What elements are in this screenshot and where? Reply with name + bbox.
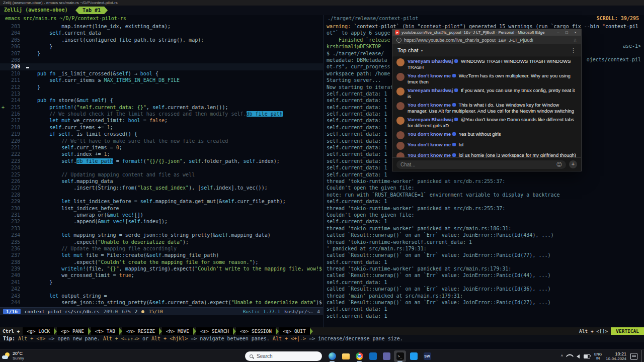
code-line[interactable]: 228: [0, 192, 323, 198]
line-number: 210: [0, 70, 20, 77]
url-text[interactable]: https://www.youtube.com/live_chat?is_pop…: [404, 38, 571, 43]
avatar[interactable]: [396, 58, 405, 66]
weather-widget[interactable]: 20°C Sunny: [2, 351, 24, 360]
taskbar-app-chrome[interactable]: [353, 350, 365, 362]
taskbar-app-teams[interactable]: [380, 350, 392, 362]
keybind-pane: <p> PANE: [57, 327, 88, 335]
code-line[interactable]: 234 let mapping_string = serde_json::to_…: [0, 232, 323, 238]
taskbar-search[interactable]: Search: [245, 351, 322, 361]
code-line[interactable]: 244 serde_json::to_string_pretty(&self.c…: [0, 299, 323, 306]
code-line[interactable]: 221 self.curr_items = 0;: [0, 144, 323, 151]
avatar[interactable]: [396, 87, 405, 96]
edge-popup-window[interactable]: youtube.com/live_chat?is_popout=1&v=J-LT…: [392, 29, 582, 171]
show-desktop-button[interactable]: [641, 350, 643, 362]
tab-1[interactable]: Tab #1: [75, 7, 108, 14]
avatar[interactable]: [396, 131, 405, 139]
chat-author[interactable]: You don't know me: [408, 142, 451, 147]
minimize-icon[interactable]: –: [555, 30, 561, 35]
avatar[interactable]: [396, 142, 405, 150]
chat-input-placeholder: Chat...: [400, 160, 415, 169]
code-line[interactable]: 203 map.insert(line_idx, existing_data);: [0, 23, 323, 30]
code-line[interactable]: 227 .insert(String::from("last_used_inde…: [0, 185, 323, 191]
code-line[interactable]: 231 .unwrap_or(&mut vec![]): [0, 212, 323, 218]
code-line[interactable]: 205 .insert(configured_file_path.to_stri…: [0, 37, 323, 43]
language-indicator[interactable]: ENG IN: [594, 352, 602, 360]
code-line[interactable]: 216 // We should check if the limit has …: [0, 111, 323, 117]
taskbar-app-sw[interactable]: SW: [421, 350, 433, 362]
code-line[interactable]: 243 let output_string =: [0, 293, 323, 299]
code-line[interactable]: 242: [0, 286, 323, 292]
edge-window-title: youtube.com/live_chat?is_popout=1&v=J-LT…: [401, 30, 553, 35]
code-line[interactable]: 240 we_crossed_limit = true;: [0, 272, 323, 279]
favorite-star-icon[interactable]: ☆: [573, 38, 577, 43]
wifi-icon[interactable]: [566, 352, 574, 360]
code-line[interactable]: 208: [0, 57, 323, 63]
chat-author[interactable]: Varenyam Bhardwaj: [408, 117, 453, 122]
code-line[interactable]: 237 let mut file = File::create(&self.ma…: [0, 252, 323, 258]
avatar[interactable]: [396, 117, 405, 125]
code-line[interactable]: 219 if self._is_limit_crossed() {: [0, 131, 323, 137]
code-line[interactable]: 207 }: [0, 50, 323, 57]
chat-author[interactable]: You don't know me: [408, 73, 451, 78]
code-line[interactable]: 239 writeln!(file, "{}", mapping_string)…: [0, 265, 323, 272]
code-line[interactable]: 214 pub fn store(&mut self) {: [0, 97, 323, 104]
notification-center-icon[interactable]: [630, 353, 637, 360]
code-line[interactable]: 232 .append(&mut vec![self.index]);: [0, 218, 323, 225]
code-line[interactable]: 213: [0, 90, 323, 97]
taskbar-app-edge[interactable]: [326, 350, 338, 362]
window-titlebar[interactable]: Zellij (awesome-oboe) - emacs src/main.r…: [0, 0, 644, 6]
avatar[interactable]: [396, 102, 405, 110]
editor-pane[interactable]: emacs src/main.rs ~/D/P/context-pilot-rs…: [0, 15, 323, 328]
code-line[interactable]: 235 .expect("Unable to deserialize data"…: [0, 239, 323, 245]
edge-urlbar[interactable]: i https://www.youtube.com/live_chat?is_p…: [392, 36, 581, 45]
taskbar-app-term[interactable]: >_: [394, 350, 406, 362]
code-line[interactable]: 230 list_indices_before: [0, 205, 323, 212]
code-line[interactable]: 223 self.db_file_path = format!("{}/{}.j…: [0, 158, 323, 164]
code-line[interactable]: 218 self.curr_items += 1;: [0, 124, 323, 131]
volume-icon[interactable]: [577, 354, 580, 358]
chat-input[interactable]: Chat... ☺: [396, 160, 566, 169]
avatar[interactable]: [396, 73, 405, 81]
battery-icon[interactable]: [584, 354, 590, 358]
chat-author[interactable]: You don't know me: [408, 102, 451, 108]
chevron-down-icon[interactable]: ▾: [421, 48, 423, 53]
code-line[interactable]: 241 }: [0, 279, 323, 286]
code-line[interactable]: 224: [0, 164, 323, 171]
chat-author[interactable]: Varenyam Bhardwaj: [408, 58, 453, 64]
code-line[interactable]: +215 println!("self.current_data: {}", s…: [0, 104, 323, 111]
chat-filter-label[interactable]: Top chat: [397, 47, 419, 53]
code-line[interactable]: 226 self.mapping_data: [0, 178, 323, 185]
code-line[interactable]: 209: [0, 63, 323, 70]
chat-author[interactable]: Varenyam Bhardwaj: [408, 87, 453, 93]
maximize-icon[interactable]: □: [564, 30, 570, 35]
code-line[interactable]: 217 let mut we_crossed_limit: bool = fal…: [0, 117, 323, 124]
taskbar-app-folder[interactable]: [340, 350, 352, 362]
emoji-icon[interactable]: ☺: [556, 160, 562, 169]
code-line[interactable]: 220 // We'll have to make sure that the …: [0, 138, 323, 144]
terminal-line: self.current_data: 1: [327, 306, 644, 312]
kebab-menu-icon[interactable]: ⋮: [571, 47, 576, 54]
code-line[interactable]: 204 self.current_data: [0, 30, 323, 36]
code-line[interactable]: 206 }: [0, 43, 323, 50]
close-icon[interactable]: ×: [572, 30, 579, 35]
code-line[interactable]: 210 pub fn _is_limit_crossed(&self) → bo…: [0, 70, 323, 77]
taskbar-app-code[interactable]: [408, 350, 420, 362]
code-line[interactable]: 238 .expect("Couldn't create the mapping…: [0, 259, 323, 265]
taskbar-app-store[interactable]: [367, 350, 379, 362]
code-line[interactable]: 233: [0, 225, 323, 232]
terminal-pane-title: ./target/release/context-pilot: [328, 16, 419, 21]
keybind-quit: <q> QUIT: [279, 327, 310, 335]
tray-clock[interactable]: 10:21 10-04-2024: [606, 351, 626, 361]
code-lines[interactable]: 203 map.insert(line_idx, existing_data);…: [0, 23, 323, 306]
code-line[interactable]: 212 }: [0, 84, 323, 90]
code-line[interactable]: 211 self.curr_items ≥ MAX_ITEMS_IN_EACH_…: [0, 77, 323, 83]
edge-titlebar[interactable]: youtube.com/live_chat?is_popout=1&v=J-LT…: [392, 29, 581, 36]
chat-author[interactable]: You don't know me: [408, 131, 451, 137]
code-line[interactable]: 229 let list_indices_before = self.mappi…: [0, 198, 323, 205]
code-line[interactable]: 236 // Update the mapping file according…: [0, 245, 323, 252]
code-line[interactable]: 222 self.index += 1;: [0, 151, 323, 157]
add-button[interactable]: +: [569, 160, 577, 168]
code-line[interactable]: 225 // Updating mapping content and file…: [0, 171, 323, 178]
site-info-icon[interactable]: i: [396, 38, 401, 43]
tray-chevron-icon[interactable]: ^: [561, 354, 563, 359]
